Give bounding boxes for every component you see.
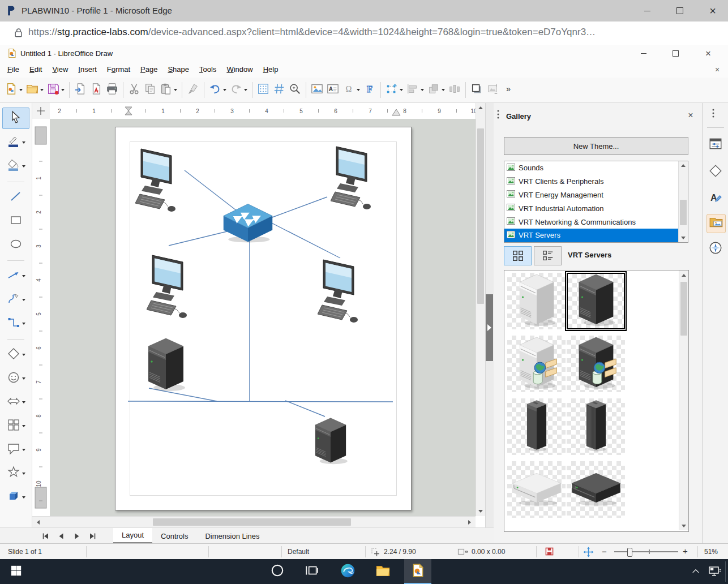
scroll-right-icon[interactable] — [465, 517, 474, 527]
gallery-items-panel[interactable] — [504, 270, 689, 532]
dropdown-arrow-icon[interactable] — [22, 165, 25, 168]
menu-shape[interactable]: Shape — [162, 62, 194, 76]
panel-grip-icon[interactable] — [497, 110, 499, 121]
new-doc-button[interactable] — [3, 80, 24, 100]
dropdown-arrow-icon[interactable] — [400, 89, 403, 91]
dropdown-arrow-icon[interactable] — [244, 89, 247, 91]
dropdown-arrow-icon[interactable] — [22, 354, 25, 356]
copy-button[interactable] — [142, 80, 158, 100]
theme-item-vrt-industrial-automation[interactable]: VRT Industrial Automation — [504, 201, 688, 215]
3d-objects-tool[interactable] — [3, 487, 29, 508]
edge-minimize-button[interactable] — [634, 0, 660, 22]
insert-line-tool[interactable] — [3, 187, 29, 208]
shadow-button[interactable] — [469, 80, 485, 100]
workstation-top-left[interactable] — [135, 149, 175, 212]
connector-line[interactable] — [268, 221, 340, 258]
scroll-down-icon[interactable] — [476, 506, 485, 516]
items-scrollbar[interactable] — [679, 270, 688, 530]
gallery-item-server-column-dark-ribbed[interactable] — [567, 398, 625, 455]
symbol-shapes-tool[interactable] — [3, 368, 29, 389]
zoom-button[interactable] — [287, 80, 303, 100]
document-page[interactable] — [115, 127, 412, 510]
shapes-panel-tab[interactable] — [706, 163, 725, 181]
url-text[interactable]: https://stg.practice-labs.com/device-adv… — [28, 27, 596, 38]
dropdown-arrow-icon[interactable] — [174, 89, 177, 91]
edge-address-bar[interactable]: https://stg.practice-labs.com/device-adv… — [0, 22, 728, 46]
start-button[interactable] — [2, 559, 29, 584]
nav-first-button[interactable] — [38, 529, 52, 543]
edge-browser-taskbar-button[interactable] — [334, 559, 361, 584]
theme-item-vrt-clients-peripherals[interactable]: VRT Clients & Peripherals — [504, 175, 688, 188]
properties-panel-tab[interactable] — [706, 136, 725, 154]
fit-slide-icon[interactable] — [583, 547, 594, 559]
rectangle-tool[interactable] — [3, 211, 29, 231]
insert-textbox-button[interactable]: A — [325, 80, 341, 100]
display-grid-button[interactable] — [255, 80, 271, 100]
lock-icon[interactable] — [12, 27, 25, 39]
dropdown-arrow-icon[interactable] — [22, 425, 25, 427]
zoom-out-button[interactable]: − — [602, 547, 607, 556]
connectors-tool[interactable] — [3, 314, 29, 334]
scroll-left-icon[interactable] — [33, 517, 43, 527]
connector-line[interactable] — [185, 170, 237, 211]
network-switch[interactable] — [224, 204, 272, 242]
close-panel-icon[interactable]: × — [685, 110, 696, 121]
menu-window[interactable]: Window — [221, 62, 258, 76]
gallery-item-server-rack-dark[interactable] — [567, 461, 625, 518]
dropdown-arrow-icon[interactable] — [22, 323, 25, 325]
print-button[interactable] — [104, 80, 120, 100]
gallery-theme-list[interactable]: SoundsVRT Clients & PeripheralsVRT Energ… — [504, 161, 688, 243]
curves-and-polygons-tool[interactable] — [3, 290, 29, 310]
special-character-button[interactable]: Ω — [341, 80, 362, 100]
menu-file[interactable]: File — [2, 62, 24, 76]
save-button[interactable] — [45, 80, 66, 100]
task-view-taskbar-button[interactable] — [298, 559, 325, 584]
undo-button[interactable] — [207, 80, 228, 100]
styles-panel-tab[interactable]: A — [706, 189, 725, 207]
gallery-item-server-tower-dark-web[interactable] — [567, 336, 625, 392]
clone-formatting-button[interactable] — [185, 80, 201, 100]
gallery-panel-tab[interactable] — [706, 214, 726, 233]
page-style[interactable]: Default — [288, 548, 309, 556]
edge-close-button[interactable]: × — [700, 0, 726, 22]
draw-maximize-button[interactable] — [662, 45, 688, 61]
menu-format[interactable]: Format — [102, 62, 135, 76]
paste-button[interactable] — [158, 80, 179, 100]
tab-layout[interactable]: Layout — [113, 528, 152, 544]
scroll-thumb[interactable] — [680, 282, 687, 336]
dropdown-arrow-icon[interactable] — [22, 377, 25, 380]
menu-view[interactable]: View — [47, 62, 73, 76]
connector-line[interactable] — [128, 401, 393, 402]
vertical-scrollbar[interactable] — [476, 103, 486, 516]
tab-dimension-lines[interactable]: Dimension Lines — [196, 529, 268, 543]
dropdown-arrow-icon[interactable] — [442, 89, 445, 91]
menu-tools[interactable]: Tools — [194, 62, 221, 76]
menu-page[interactable]: Page — [135, 62, 162, 76]
draw-close-button[interactable]: × — [695, 45, 721, 61]
file-explorer-taskbar-button[interactable] — [369, 559, 396, 584]
fontwork-button[interactable]: F — [362, 80, 378, 100]
close-document-button[interactable]: × — [712, 65, 722, 75]
menu-help[interactable]: Help — [258, 62, 284, 76]
insert-image-button[interactable] — [309, 80, 325, 100]
theme-item-sounds[interactable]: Sounds — [504, 161, 688, 175]
flowchart-tool[interactable] — [3, 416, 29, 436]
workstation-mid-right[interactable] — [318, 260, 358, 323]
gallery-item-server-tower-light[interactable] — [507, 273, 566, 329]
zoom-slider-thumb[interactable] — [627, 548, 632, 557]
server-left[interactable] — [148, 338, 185, 391]
zoom-slider-track[interactable] — [614, 551, 678, 552]
ellipse-tool[interactable] — [3, 235, 29, 255]
connector-line[interactable] — [272, 197, 327, 217]
connector-line[interactable] — [285, 401, 325, 416]
dropdown-arrow-icon[interactable] — [22, 141, 25, 144]
export-pdf-button[interactable] — [88, 80, 104, 100]
open-folder-button[interactable] — [24, 80, 45, 100]
workstation-mid-left[interactable] — [147, 255, 187, 318]
theme-item-vrt-networking-communications[interactable]: VRT Networking & Communications — [504, 215, 688, 229]
zoom-in-button[interactable]: + — [683, 546, 688, 556]
server-bottom[interactable] — [315, 418, 348, 464]
edge-maximize-button[interactable] — [667, 0, 693, 22]
horizontal-scrollbar[interactable] — [32, 516, 476, 528]
scroll-down-icon[interactable] — [679, 234, 688, 242]
